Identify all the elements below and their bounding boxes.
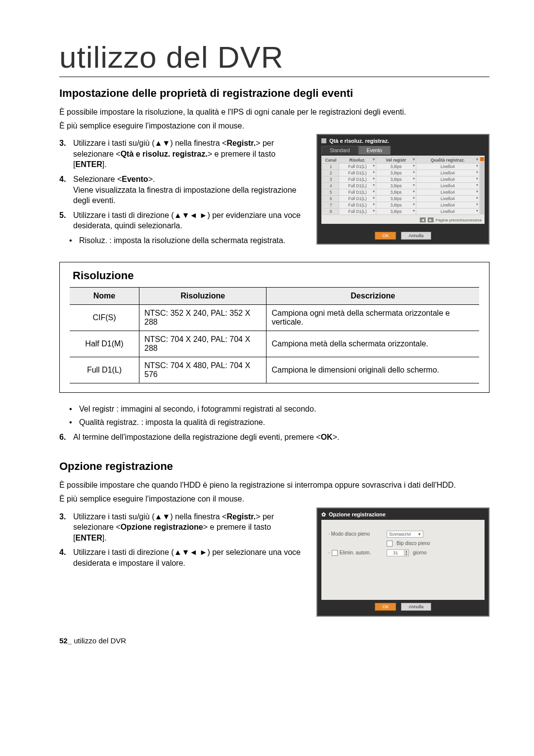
opt-step-3: 3. Utilizzare i tasti su/giù (▲▼) nella … <box>59 511 304 544</box>
bullet-qual: Qualità registraz. : imposta la qualità … <box>69 417 490 428</box>
bullet-risoluz: Risoluz. : imposta la risoluzione della … <box>69 235 304 246</box>
cell-ris: NTSC: 704 X 480, PAL: 704 X 576 <box>139 357 267 383</box>
bullet-vel: Vel registr : immagini al secondo, i fot… <box>69 404 490 415</box>
cell-vel-select[interactable]: 3,8ips <box>376 189 416 196</box>
table-row: Half D1(M)NTSC: 704 X 240, PAL: 704 X 28… <box>70 331 479 357</box>
risoluzione-table: Nome Risoluzione Descrizione CIF(S)NTSC:… <box>70 287 479 383</box>
risoluzione-title: Risoluzione <box>73 269 479 282</box>
cell-risoluz-select[interactable]: Full D1(L) <box>339 183 376 189</box>
cell-risoluz-select[interactable]: Full D1(L) <box>339 170 376 176</box>
cell-desc: Campiona metà della schermata orizzontal… <box>267 331 479 357</box>
chevron-down-icon: ▾ <box>418 532 421 537</box>
cell-channel: 5 <box>323 189 339 196</box>
table-row: 6Full D1(L)3,8ipsLivello4 <box>323 196 480 202</box>
cell-qual-select[interactable]: Livello4 <box>416 209 479 215</box>
opt-intro-line-1: È possibile impostare che quando l'HDD è… <box>59 480 490 491</box>
cell-risoluz-select[interactable]: Full D1(L) <box>339 202 376 209</box>
res-h-desc: Descrizione <box>267 287 479 304</box>
cell-qual-select[interactable]: Livello4 <box>416 183 479 189</box>
cell-qual-select[interactable]: Livello4 <box>416 196 479 202</box>
cell-channel: 8 <box>323 209 339 215</box>
cell-vel-select[interactable]: 3,8ips <box>376 164 416 170</box>
cell-risoluz-select[interactable]: Full D1(L) <box>339 176 376 183</box>
cell-qual-select[interactable]: Livello4 <box>416 170 479 176</box>
dvr-qta-risoluz-panel: Qtà e risoluz. registraz. Standard Event… <box>316 134 490 245</box>
tab-standard[interactable]: Standard <box>321 146 358 155</box>
cell-risoluz-select[interactable]: Full D1(L) <box>339 196 376 202</box>
cell-vel-select[interactable]: 3,8ips <box>376 209 416 215</box>
opt-intro-line-2: È più semplice eseguire l'impostazione c… <box>59 494 490 504</box>
dvr2-row2-unit: giorno <box>413 550 427 555</box>
step-5: 5. Utilizzare i tasti di direzione (▲▼◄ … <box>59 210 304 231</box>
pager-label: Pagina preced/successiva <box>436 218 482 222</box>
cell-qual-select[interactable]: Livello4 <box>416 164 479 170</box>
cell-channel: 2 <box>323 170 339 176</box>
col-risoluz[interactable]: Risoluz. <box>339 157 376 164</box>
dvr1-ok-button[interactable]: OK <box>375 232 396 240</box>
res-h-ris: Risoluzione <box>139 287 267 304</box>
cell-channel: 1 <box>323 164 339 170</box>
dvr2-row1-label: · Modo disco pieno <box>328 531 383 537</box>
dvr2-cancel-button[interactable]: Annulla <box>401 603 431 611</box>
dvr2-ok-button[interactable]: OK <box>375 603 396 611</box>
dvr1-title: Qtà e risoluz. registraz. <box>329 138 389 144</box>
table-row: 5Full D1(L)3,8ipsLivello4 <box>323 189 480 196</box>
risoluzione-box: Risoluzione Nome Risoluzione Descrizione… <box>59 262 490 393</box>
dvr2-title: Opzione registrazione <box>329 511 386 517</box>
table-row: 3Full D1(L)3,8ipsLivello4 <box>323 176 480 183</box>
col-qualita[interactable]: Qualità registraz. <box>416 157 479 164</box>
cell-channel: 3 <box>323 176 339 183</box>
table-row: CIF(S)NTSC: 352 X 240, PAL: 352 X 288Cam… <box>70 304 479 331</box>
beep-disk-full-checkbox[interactable] <box>387 541 393 546</box>
cell-risoluz-select[interactable]: Full D1(L) <box>339 189 376 196</box>
intro-line-2: È più semplice eseguire l'impostazione c… <box>59 121 490 131</box>
step-4: 4. Selezionare <Evento>. Viene visualizz… <box>59 174 304 206</box>
table-row: 8Full D1(L)3,8ipsLivello4 <box>323 209 480 215</box>
record-icon <box>321 138 326 143</box>
cell-desc: Campiona ogni metà della schermata orizz… <box>267 304 479 331</box>
cell-vel-select[interactable]: 3,8ips <box>376 183 416 189</box>
cell-vel-select[interactable]: 3,8ips <box>376 196 416 202</box>
cell-ris: NTSC: 704 X 240, PAL: 704 X 288 <box>139 331 267 357</box>
auto-delete-checkbox[interactable] <box>332 550 338 556</box>
dvr1-scrollbar[interactable] <box>480 157 484 214</box>
cell-desc: Campiona le dimensioni originali dello s… <box>267 357 479 383</box>
spin-down-icon[interactable]: ▾ <box>404 553 408 556</box>
cell-qual-select[interactable]: Livello4 <box>416 189 479 196</box>
cell-channel: 7 <box>323 202 339 209</box>
cell-vel-select[interactable]: 3,8ips <box>376 202 416 209</box>
page-footer: 52_ utilizzo del DVR <box>59 636 490 645</box>
table-row: 1Full D1(L)3,8ipsLivello4 <box>323 164 480 170</box>
disk-full-mode-select[interactable]: Sovrascrivi▾ <box>387 531 423 538</box>
dvr-opzione-panel: ✿ Opzione registrazione · Modo disco pie… <box>316 507 490 617</box>
intro-line-1: È possibile impostare la risoluzione, la… <box>59 107 490 118</box>
cell-vel-select[interactable]: 3,8ips <box>376 170 416 176</box>
table-row: 4Full D1(L)3,8ipsLivello4 <box>323 183 480 189</box>
dvr1-cancel-button[interactable]: Annulla <box>401 232 431 240</box>
section-heading-opzione-reg: Opzione registrazione <box>59 460 490 473</box>
cell-qual-select[interactable]: Livello4 <box>416 176 479 183</box>
table-row: 7Full D1(L)3,8ipsLivello4 <box>323 202 480 209</box>
opt-step-4: 4. Utilizzare i tasti di direzione (▲▼◄ … <box>59 547 304 568</box>
step-6: 6. Al termine dell'impostazione della re… <box>59 432 490 443</box>
page-title: utilizzo del DVR <box>59 40 490 77</box>
pager-next[interactable]: ► <box>428 217 434 222</box>
auto-delete-days-spinner[interactable]: 31 ▴▾ <box>387 549 409 556</box>
cell-risoluz-select[interactable]: Full D1(L) <box>339 209 376 215</box>
cell-channel: 6 <box>323 196 339 202</box>
tab-evento[interactable]: Evento <box>358 146 391 155</box>
cell-ris: NTSC: 352 X 240, PAL: 352 X 288 <box>139 304 267 331</box>
section-heading-event-rec: Impostazione delle proprietà di registra… <box>59 87 490 100</box>
table-row: 2Full D1(L)3,8ipsLivello4 <box>323 170 480 176</box>
cell-nome: CIF(S) <box>70 304 139 331</box>
res-h-nome: Nome <box>70 287 139 304</box>
dvr1-grid: Canal Risoluz. Vel registr Qualità regis… <box>322 157 480 215</box>
dvr2-row1-sub: Bip disco pieno <box>397 541 430 546</box>
cell-nome: Half D1(M) <box>70 331 139 357</box>
cell-risoluz-select[interactable]: Full D1(L) <box>339 164 376 170</box>
cell-qual-select[interactable]: Livello4 <box>416 202 479 209</box>
cell-vel-select[interactable]: 3,8ips <box>376 176 416 183</box>
col-vel[interactable]: Vel registr <box>376 157 416 164</box>
pager-prev[interactable]: ◄ <box>420 217 426 222</box>
table-row: Full D1(L)NTSC: 704 X 480, PAL: 704 X 57… <box>70 357 479 383</box>
